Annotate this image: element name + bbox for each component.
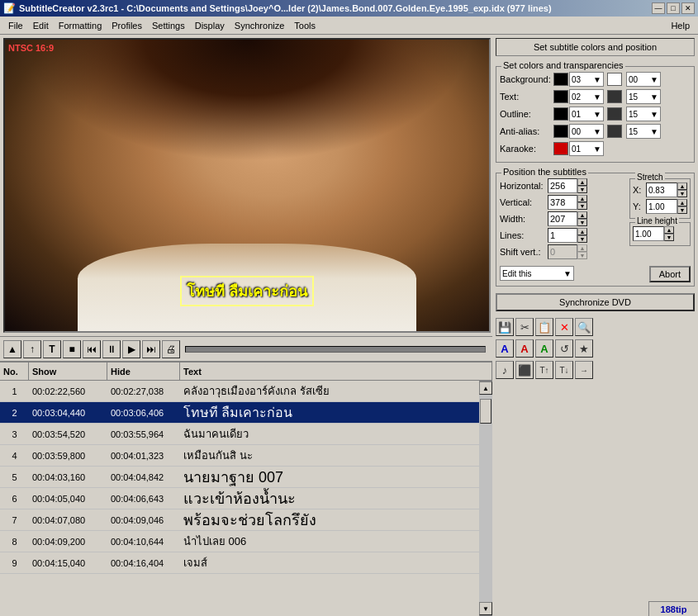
abort-button[interactable]: Abort (649, 266, 691, 282)
action-star[interactable]: ★ (575, 339, 593, 358)
main-content: NTSC 16:9 โทษที ลืมเคาะก่อน ▲ ↑ T ■ ⏮ ⏸ … (0, 35, 698, 616)
scroll-thumb[interactable] (480, 399, 491, 424)
menu-edit[interactable]: Edit (28, 19, 54, 32)
stretch-x-input[interactable]: 0.83 (646, 182, 677, 197)
stretch-y-up[interactable]: ▲ (677, 199, 687, 206)
list-row[interactable]: 9 00:04:15,040 00:04:16,404 เจมส์ (0, 552, 479, 574)
antialias-val2-select[interactable]: 15▼ (626, 124, 661, 139)
action-tt1[interactable]: T↑ (535, 361, 553, 379)
lineheight-input[interactable]: 1.00 (633, 226, 664, 241)
menu-synchronize[interactable]: Synchronize (230, 19, 290, 32)
vertical-input[interactable]: 378 (548, 195, 577, 210)
text-val1-select[interactable]: 02▼ (569, 89, 604, 104)
stretch-y-input[interactable]: 1.00 (646, 199, 677, 214)
menu-file[interactable]: File (3, 19, 28, 32)
menu-profiles[interactable]: Profiles (107, 19, 147, 32)
list-row[interactable]: 5 00:04:03,160 00:04:04,842 นายมาฐาย 007 (0, 467, 479, 488)
action-delete[interactable]: ✕ (555, 318, 573, 336)
outline-val1-select[interactable]: 01▼ (569, 107, 604, 121)
width-down[interactable]: ▼ (577, 219, 587, 226)
stretch-y-spinner[interactable]: ▲ ▼ (677, 199, 687, 214)
vertical-down[interactable]: ▼ (577, 202, 587, 210)
stop-button[interactable]: ■ (63, 340, 81, 358)
list-row[interactable]: 1 00:02:22,560 00:02:27,038 คลังอาวุธเมื… (0, 381, 479, 402)
menu-help[interactable]: Help (666, 19, 695, 32)
width-input[interactable]: 207 (548, 211, 577, 226)
lines-down[interactable]: ▼ (577, 235, 587, 243)
left-panel: NTSC 16:9 โทษที ลืมเคาะก่อน ▲ ↑ T ■ ⏮ ⏸ … (0, 35, 492, 616)
action-tt3[interactable]: → (575, 361, 593, 379)
minimize-button[interactable]: — (652, 2, 665, 14)
horizontal-down[interactable]: ▼ (577, 186, 587, 193)
action-search[interactable]: 🔍 (575, 318, 593, 336)
stretch-y-down[interactable]: ▼ (677, 206, 687, 214)
horizontal-spinner[interactable]: ▲ ▼ (577, 178, 587, 193)
vertical-up[interactable]: ▲ (577, 195, 587, 202)
cell-hide: 00:04:04,842 (107, 472, 180, 482)
action-tt2[interactable]: T↓ (555, 361, 573, 379)
horizontal-input[interactable]: 256 (548, 178, 577, 193)
up-button[interactable]: ↑ (23, 340, 41, 358)
action-cut[interactable]: ✂ (515, 318, 534, 336)
sync-dvd-button[interactable]: Synchronize DVD (496, 293, 695, 311)
stretch-x-down[interactable]: ▼ (677, 190, 687, 197)
print-button[interactable]: 🖨 (162, 340, 180, 358)
vertical-spinner[interactable]: ▲ ▼ (577, 195, 587, 210)
vertical-scrollbar[interactable]: ▲ ▼ (479, 381, 492, 616)
next-button[interactable]: ⏭ (142, 340, 160, 358)
cell-no: 2 (0, 408, 29, 418)
action-font-a1[interactable]: A (496, 339, 514, 358)
shiftvert-row: Shift vert.: 0 ▲ ▼ (500, 244, 626, 259)
background-val2-select[interactable]: 00▼ (626, 72, 661, 87)
menu-tools[interactable]: Tools (289, 19, 321, 32)
shiftvert-input[interactable]: 0 (548, 244, 577, 259)
timeline-slider[interactable] (185, 346, 486, 353)
action-font-a3[interactable]: A (535, 339, 553, 358)
lines-up[interactable]: ▲ (577, 228, 587, 235)
action-copy[interactable]: 📋 (535, 318, 553, 336)
text-button[interactable]: T (43, 340, 61, 358)
list-row[interactable]: 2 00:03:04,440 00:03:06,406 โทษที ลืมเคา… (0, 402, 479, 424)
pause-button[interactable]: ⏸ (102, 340, 121, 358)
play-button[interactable]: ▶ (122, 340, 140, 358)
list-row[interactable]: 3 00:03:54,520 00:03:55,964 ฉันมาคนเดียว (0, 424, 479, 445)
list-row[interactable]: 4 00:03:59,800 00:04:01,323 เหมือนกันสิ … (0, 445, 479, 467)
eject-button[interactable]: ▲ (3, 340, 21, 358)
antialias-label: Anti-alias: (500, 126, 553, 136)
cell-show: 00:03:04,440 (29, 408, 107, 418)
outline-val2-select[interactable]: 15▼ (626, 107, 661, 121)
scroll-track[interactable] (479, 395, 492, 602)
lineheight-spinner[interactable]: ▲ ▼ (664, 226, 674, 241)
scroll-down-arrow[interactable]: ▼ (479, 602, 492, 615)
edit-this-dropdown[interactable]: Edit this▼ (500, 266, 574, 281)
close-button[interactable]: ✕ (681, 2, 695, 14)
lineheight-down[interactable]: ▼ (664, 234, 674, 241)
list-row[interactable]: 6 00:04:05,040 00:04:06,643 แวะเข้าห้องน… (0, 488, 479, 509)
width-up[interactable]: ▲ (577, 211, 587, 219)
stretch-x-up[interactable]: ▲ (677, 182, 687, 190)
antialias-val1-select[interactable]: 00▼ (569, 124, 604, 139)
scroll-up-arrow[interactable]: ▲ (479, 381, 492, 395)
maximize-button[interactable]: □ (667, 2, 680, 14)
lines-spinner[interactable]: ▲ ▼ (577, 228, 587, 243)
list-row[interactable]: 8 00:04:09,200 00:04:10,644 นำไปเลย 006 (0, 531, 479, 552)
menu-settings[interactable]: Settings (147, 19, 190, 32)
lines-input[interactable]: 1 (548, 228, 577, 243)
action-align[interactable]: ⬛ (515, 361, 534, 379)
lineheight-up[interactable]: ▲ (664, 226, 674, 234)
list-row[interactable]: 7 00:04:07,080 00:04:09,046 พร้อมจะช่วยโ… (0, 509, 479, 531)
action-font-a2[interactable]: A (515, 339, 534, 358)
horizontal-up[interactable]: ▲ (577, 178, 587, 186)
stretch-x-spinner[interactable]: ▲ ▼ (677, 182, 687, 197)
action-music[interactable]: ♪ (496, 361, 514, 379)
prev-button[interactable]: ⏮ (83, 340, 101, 358)
col-text-header: Text (180, 362, 492, 380)
action-save[interactable]: 💾 (496, 318, 514, 336)
text-val2-select[interactable]: 15▼ (626, 89, 661, 104)
width-spinner[interactable]: ▲ ▼ (577, 211, 587, 226)
menu-display[interactable]: Display (190, 19, 230, 32)
background-val1-select[interactable]: 03▼ (569, 72, 604, 87)
action-refresh[interactable]: ↺ (555, 339, 573, 358)
menu-formatting[interactable]: Formatting (54, 19, 107, 32)
karaoke-val1-select[interactable]: 01▼ (569, 141, 604, 156)
